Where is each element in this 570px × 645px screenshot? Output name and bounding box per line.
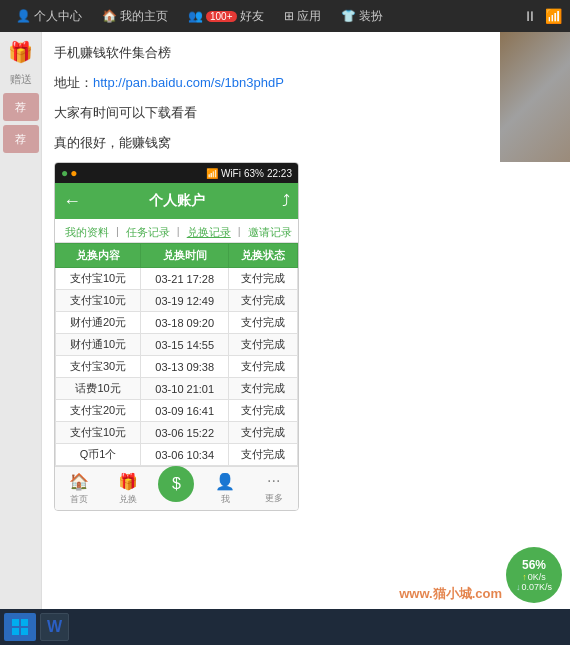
- post-link[interactable]: http://pan.baidu.com/s/1bn3phdP: [93, 75, 284, 90]
- windows-icon: [11, 618, 29, 636]
- col-content: 兑换内容: [56, 244, 141, 268]
- word-app[interactable]: W: [40, 613, 69, 641]
- tab-my-profile[interactable]: 我的资料: [61, 223, 113, 242]
- col-status: 兑换状态: [229, 244, 298, 268]
- qq-icon: ●: [70, 166, 77, 180]
- table-row: 支付宝10元03-21 17:28支付完成: [56, 268, 298, 290]
- gift-bottom-icon: 🎁: [118, 472, 138, 491]
- tab-exchange-record[interactable]: 兑换记录: [183, 223, 235, 242]
- person-icon: 👤: [16, 9, 31, 23]
- phone-status-right: 📶 WiFi 63% 22:23: [206, 168, 292, 179]
- share-icon[interactable]: ⤴: [282, 192, 290, 210]
- nav-friends[interactable]: 👥 100+ 好友: [180, 6, 272, 27]
- signal-bars: 📶: [206, 168, 218, 179]
- speed-percent: 56%: [522, 558, 546, 572]
- phone-status-bar: ● ● 📶 WiFi 63% 22:23: [55, 163, 298, 183]
- table-row: 话费10元03-10 21:01支付完成: [56, 378, 298, 400]
- svg-rect-0: [12, 619, 19, 626]
- col-time: 兑换时间: [141, 244, 229, 268]
- gift-text: 赠送: [10, 72, 32, 87]
- bottom-nav-exchange[interactable]: 🎁 兑换: [104, 472, 153, 506]
- pause-icon[interactable]: ⏸: [523, 8, 537, 24]
- start-button[interactable]: [4, 613, 36, 641]
- table-row: Q币1个03-06 10:34支付完成: [56, 444, 298, 466]
- table-row: 支付宝30元03-13 09:38支付完成: [56, 356, 298, 378]
- person-bottom-icon: 👤: [215, 472, 235, 491]
- bottom-nav-more[interactable]: ··· 更多: [249, 472, 298, 505]
- clock-time: 22:23: [267, 168, 292, 179]
- recommend-btn-2[interactable]: 荐: [3, 125, 39, 153]
- recommend-btn-1[interactable]: 荐: [3, 93, 39, 121]
- phone-tabs: 我的资料 | 任务记录 | 兑换记录 | 邀请记录: [55, 219, 298, 243]
- wifi-icon: WiFi: [221, 168, 241, 179]
- gift-label[interactable]: 🎁: [8, 40, 33, 64]
- word-icon: W: [47, 618, 62, 636]
- speed-up-row: ↑ 0K/s: [522, 572, 546, 582]
- sidebar: 🎁 赠送 荐 荐: [0, 32, 42, 609]
- exchange-table-container: 兑换内容 兑换时间 兑换状态 支付宝10元03-21 17:28支付完成支付宝1…: [55, 243, 298, 466]
- home-bottom-icon: 🏠: [69, 472, 89, 491]
- top-nav: 👤 个人中心 🏠 我的主页 👥 100+ 好友 ⊞ 应用 👕 装扮 ⏸ 📶: [0, 0, 570, 32]
- table-row: 支付宝10元03-06 15:22支付完成: [56, 422, 298, 444]
- post-line-2: 地址：http://pan.baidu.com/s/1bn3phdP: [54, 72, 558, 94]
- apps-icon: ⊞: [284, 9, 294, 23]
- home-icon: 🏠: [102, 9, 117, 23]
- tab-task-record[interactable]: 任务记录: [122, 223, 174, 242]
- tab-invite-record[interactable]: 邀请记录: [244, 223, 296, 242]
- nav-apps[interactable]: ⊞ 应用: [276, 6, 329, 27]
- svg-rect-2: [12, 628, 19, 635]
- nav-my-homepage[interactable]: 🏠 我的主页: [94, 6, 176, 27]
- table-row: 支付宝20元03-09 16:41支付完成: [56, 400, 298, 422]
- post-area: 手机赚钱软件集合榜 地址：http://pan.baidu.com/s/1bn3…: [42, 32, 570, 609]
- status-icons: ● ●: [61, 166, 78, 180]
- right-image: [500, 32, 570, 162]
- shirt-icon: 👕: [341, 9, 356, 23]
- signal-icon: 📶: [545, 8, 562, 24]
- nav-dress[interactable]: 👕 装扮: [333, 6, 391, 27]
- down-arrow-icon: ↓: [516, 582, 521, 592]
- speed-down-row: ↓ 0.07K/s: [516, 582, 552, 592]
- nav-personal-center[interactable]: 👤 个人中心: [8, 6, 90, 27]
- bottom-nav-home[interactable]: 🏠 首页: [55, 472, 104, 506]
- more-bottom-icon: ···: [267, 472, 280, 490]
- table-row: 财付通10元03-15 14:55支付完成: [56, 334, 298, 356]
- wechat-icon: ●: [61, 166, 68, 180]
- speed-indicator: 56% ↑ 0K/s ↓ 0.07K/s: [506, 547, 562, 603]
- main-area: 🎁 赠送 荐 荐 手机赚钱软件集合榜 地址：http://pan.baidu.c…: [0, 32, 570, 609]
- exchange-table: 兑换内容 兑换时间 兑换状态 支付宝10元03-21 17:28支付完成支付宝1…: [55, 243, 298, 466]
- bottom-nav-earn[interactable]: $: [152, 476, 201, 502]
- app-title: 个人账户: [149, 192, 205, 210]
- up-arrow-icon: ↑: [522, 572, 527, 582]
- earn-circle: $: [158, 466, 194, 502]
- post-line-1: 手机赚钱软件集合榜: [54, 42, 558, 64]
- table-row: 财付通20元03-18 09:20支付完成: [56, 312, 298, 334]
- phone-screenshot: ● ● 📶 WiFi 63% 22:23 ← 个人账户 ⤴ 我的资料 |: [54, 162, 299, 511]
- site-watermark: www.猫小城.com: [399, 585, 502, 603]
- back-button[interactable]: ←: [63, 191, 81, 212]
- battery-percent: 63%: [244, 168, 264, 179]
- table-row: 支付宝10元03-19 12:49支付完成: [56, 290, 298, 312]
- post-line-4: 真的很好，能赚钱窝: [54, 132, 558, 154]
- phone-app-header: ← 个人账户 ⤴: [55, 183, 298, 219]
- friends-icon: 👥: [188, 9, 203, 23]
- post-line-3: 大家有时间可以下载看看: [54, 102, 558, 124]
- taskbar: W: [0, 609, 570, 645]
- phone-bottom-nav: 🏠 首页 🎁 兑换 $ 👤 我 ··· 更: [55, 466, 298, 510]
- bottom-nav-me[interactable]: 👤 我: [201, 472, 250, 506]
- svg-rect-1: [21, 619, 28, 626]
- svg-rect-3: [21, 628, 28, 635]
